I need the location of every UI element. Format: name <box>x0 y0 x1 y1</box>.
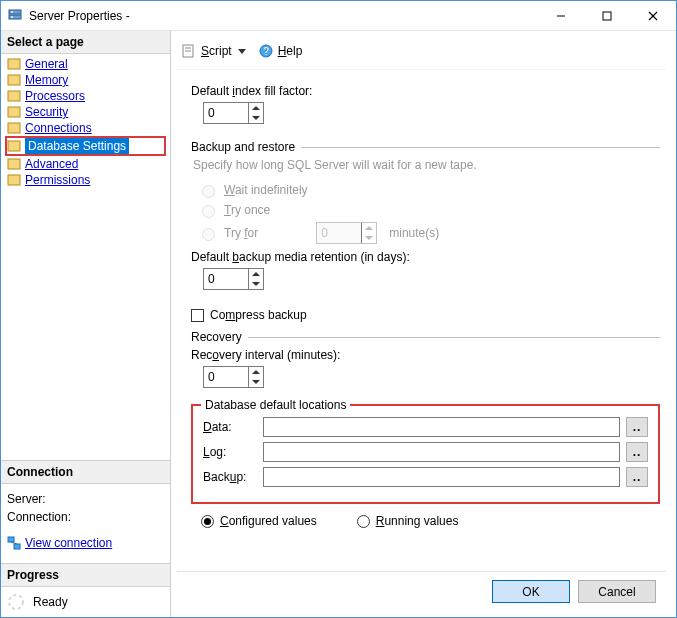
page-icon <box>7 57 21 71</box>
connection-header: Connection <box>1 461 170 484</box>
svg-rect-12 <box>8 123 20 133</box>
server-label: Server: <box>7 492 164 506</box>
try-once-radio: Try onceTry once <box>197 202 660 218</box>
titlebar: Server Properties - <box>1 1 676 31</box>
radio-icon <box>201 515 214 528</box>
page-label: General <box>25 57 68 71</box>
checkbox-icon <box>191 309 204 322</box>
dialog-buttons: OK Cancel <box>177 571 666 611</box>
page-item-general[interactable]: General <box>5 56 166 72</box>
spin-up[interactable] <box>249 367 263 377</box>
page-icon <box>7 173 21 187</box>
page-icon <box>7 105 21 119</box>
svg-point-2 <box>11 11 13 13</box>
data-path-input[interactable] <box>263 417 620 437</box>
page-item-memory[interactable]: Memory <box>5 72 166 88</box>
data-browse-button[interactable]: .. <box>626 417 648 437</box>
fill-factor-field[interactable] <box>204 103 248 123</box>
recovery-interval-field[interactable] <box>204 367 248 387</box>
page-label: Permissions <box>25 173 90 187</box>
data-label: Data:Data: <box>203 420 257 434</box>
help-label: HHelpelp <box>278 44 303 58</box>
page-item-processors[interactable]: Processors <box>5 88 166 104</box>
compress-label: Compress backupCompress backup <box>210 308 307 322</box>
backup-browse-button[interactable]: .. <box>626 467 648 487</box>
fill-factor-label: Default index fill factor:Default index … <box>191 84 660 98</box>
svg-rect-16 <box>8 537 14 542</box>
svg-rect-11 <box>8 107 20 117</box>
svg-rect-14 <box>8 159 20 169</box>
page-icon <box>7 121 21 135</box>
maximize-button[interactable] <box>584 1 630 31</box>
spin-down[interactable] <box>249 377 263 387</box>
main-panel: SScriptcript ? HHelpelp Default index fi… <box>171 31 676 617</box>
backup-label: Backup:Backup: <box>203 470 257 484</box>
ok-button[interactable]: OK <box>492 580 570 603</box>
svg-rect-5 <box>603 12 611 20</box>
toolbar: SScriptcript ? HHelpelp <box>177 37 666 70</box>
svg-rect-17 <box>14 544 20 549</box>
wait-indefinitely-radio: Wait indefinitelyWait indefinitely <box>197 182 660 198</box>
running-values-radio[interactable]: Running valuesRunning values <box>357 514 459 528</box>
log-path-input[interactable] <box>263 442 620 462</box>
select-page-header: Select a page <box>1 31 170 54</box>
spin-down[interactable] <box>249 113 263 123</box>
spin-down[interactable] <box>249 279 263 289</box>
progress-spinner-icon <box>7 593 25 611</box>
cancel-button[interactable]: Cancel <box>578 580 656 603</box>
svg-point-3 <box>11 16 13 18</box>
fill-factor-input[interactable] <box>203 102 264 124</box>
view-connection-link[interactable]: View connection <box>7 536 112 550</box>
page-label: Connections <box>25 121 92 135</box>
retention-label: Default backup media retention (in days)… <box>191 250 660 264</box>
sidebar: Select a page General Memory Processors … <box>1 31 171 617</box>
close-button[interactable] <box>630 1 676 31</box>
backup-restore-header: Backup and restore <box>191 140 301 154</box>
default-locations-group: Database default locations Data:Data: ..… <box>191 404 660 504</box>
page-item-connections[interactable]: Connections <box>5 120 166 136</box>
try-for-input <box>316 222 377 244</box>
svg-point-19 <box>9 595 23 609</box>
page-item-permissions[interactable]: Permissions <box>5 172 166 188</box>
svg-rect-1 <box>9 15 21 19</box>
log-browse-button[interactable]: .. <box>626 442 648 462</box>
help-icon: ? <box>258 43 274 59</box>
svg-rect-13 <box>8 141 20 151</box>
server-icon <box>7 8 23 24</box>
page-icon <box>7 89 21 103</box>
compress-backup-checkbox[interactable]: Compress backupCompress backup <box>191 308 660 322</box>
log-label: Log:Log: <box>203 445 257 459</box>
page-item-security[interactable]: Security <box>5 104 166 120</box>
page-label: Security <box>25 105 68 119</box>
page-item-database-settings[interactable]: Database Settings <box>5 136 166 156</box>
configured-values-radio[interactable]: Configured valuesConfigured values <box>201 514 317 528</box>
connection-label: Connection: <box>7 510 164 524</box>
script-button[interactable]: SScriptcript <box>177 41 250 61</box>
view-connection-label: View connection <box>25 536 112 550</box>
spin-up[interactable] <box>249 269 263 279</box>
retention-input[interactable] <box>203 268 264 290</box>
spin-up[interactable] <box>249 103 263 113</box>
backup-helper: Specify how long SQL Server will wait fo… <box>193 158 660 172</box>
try-for-unit: minute(s) <box>389 226 439 240</box>
page-label: Database Settings <box>25 138 129 154</box>
server-properties-window: Server Properties - Select a page Genera… <box>0 0 677 618</box>
page-label: Memory <box>25 73 68 87</box>
backup-path-input[interactable] <box>263 467 620 487</box>
help-button[interactable]: ? HHelpelp <box>254 41 307 61</box>
page-item-advanced[interactable]: Advanced <box>5 156 166 172</box>
chevron-down-icon <box>238 49 246 54</box>
page-icon <box>7 139 21 153</box>
connection-icon <box>7 536 21 550</box>
window-title: Server Properties - <box>29 9 538 23</box>
locations-header: Database default locations <box>201 398 350 412</box>
minimize-button[interactable] <box>538 1 584 31</box>
progress-header: Progress <box>1 564 170 587</box>
retention-field[interactable] <box>204 269 248 289</box>
radio-icon <box>357 515 370 528</box>
script-icon <box>181 43 197 59</box>
recovery-interval-input[interactable] <box>203 366 264 388</box>
try-for-radio: Try forTry for minute(s) <box>197 222 660 244</box>
svg-rect-8 <box>8 59 20 69</box>
page-label: Processors <box>25 89 85 103</box>
